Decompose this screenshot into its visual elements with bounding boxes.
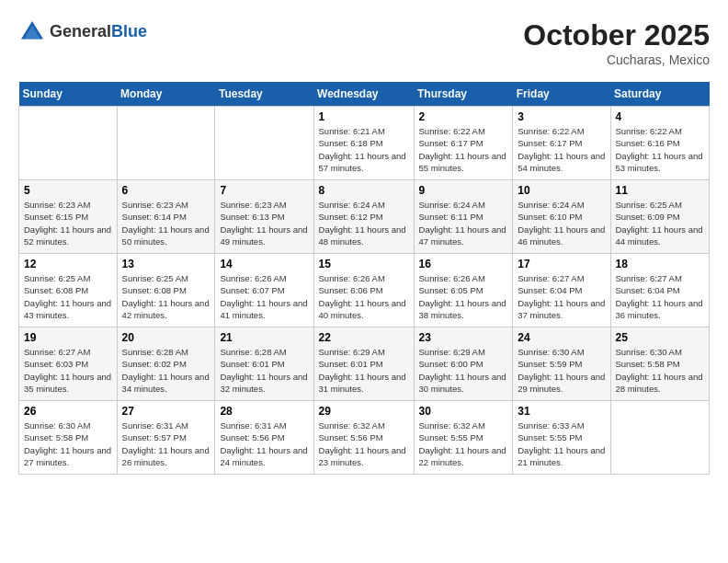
logo-general: General <box>50 22 111 40</box>
cell-info: Sunrise: 6:25 AMSunset: 6:08 PMDaylight:… <box>24 272 112 321</box>
day-number: 26 <box>24 405 112 418</box>
calendar-cell: 11Sunrise: 6:25 AMSunset: 6:09 PMDayligh… <box>610 180 710 254</box>
day-number: 14 <box>220 258 308 270</box>
calendar-cell: 26Sunrise: 6:30 AMSunset: 5:58 PMDayligh… <box>19 401 118 475</box>
cell-info: Sunrise: 6:33 AMSunset: 5:55 PMDaylight:… <box>518 419 605 468</box>
logo-blue-text: Blue <box>111 22 147 40</box>
calendar-cell: 4Sunrise: 6:22 AMSunset: 6:16 PMDaylight… <box>610 107 710 180</box>
cell-info: Sunrise: 6:24 AMSunset: 6:11 PMDaylight:… <box>419 199 508 247</box>
day-number: 22 <box>319 331 409 344</box>
day-number: 28 <box>220 405 308 418</box>
day-number: 1 <box>319 110 409 123</box>
day-number: 2 <box>419 110 508 123</box>
calendar-cell: 17Sunrise: 6:27 AMSunset: 6:04 PMDayligh… <box>513 254 610 327</box>
cell-info: Sunrise: 6:28 AMSunset: 6:02 PMDaylight:… <box>122 346 210 395</box>
weekday-header-tuesday: Tuesday <box>215 82 313 107</box>
day-number: 5 <box>24 184 112 197</box>
cell-info: Sunrise: 6:32 AMSunset: 5:56 PMDaylight:… <box>319 419 409 468</box>
calendar-cell: 7Sunrise: 6:23 AMSunset: 6:13 PMDaylight… <box>215 180 313 254</box>
day-number: 3 <box>518 110 605 123</box>
cell-info: Sunrise: 6:29 AMSunset: 6:01 PMDaylight:… <box>319 346 409 395</box>
day-number: 18 <box>616 258 705 270</box>
weekday-header-friday: Friday <box>513 82 610 107</box>
calendar-cell: 8Sunrise: 6:24 AMSunset: 6:12 PMDaylight… <box>313 180 414 254</box>
day-number: 10 <box>518 184 605 197</box>
cell-info: Sunrise: 6:30 AMSunset: 5:58 PMDaylight:… <box>24 419 112 468</box>
day-number: 21 <box>220 331 308 344</box>
day-number: 15 <box>319 258 409 270</box>
cell-info: Sunrise: 6:29 AMSunset: 6:00 PMDaylight:… <box>419 346 508 395</box>
calendar-cell: 6Sunrise: 6:23 AMSunset: 6:14 PMDaylight… <box>117 180 215 254</box>
calendar-cell: 3Sunrise: 6:22 AMSunset: 6:17 PMDaylight… <box>513 107 610 180</box>
calendar-cell: 25Sunrise: 6:30 AMSunset: 5:58 PMDayligh… <box>610 327 710 401</box>
day-number: 8 <box>319 184 409 197</box>
cell-info: Sunrise: 6:21 AMSunset: 6:18 PMDaylight:… <box>319 125 409 174</box>
cell-info: Sunrise: 6:32 AMSunset: 5:55 PMDaylight:… <box>419 419 508 468</box>
page-header: GeneralBlue October 2025 Cucharas, Mexic… <box>18 18 710 67</box>
calendar-cell: 5Sunrise: 6:23 AMSunset: 6:15 PMDaylight… <box>19 180 118 254</box>
logo: GeneralBlue <box>18 18 147 46</box>
calendar-cell: 21Sunrise: 6:28 AMSunset: 6:01 PMDayligh… <box>215 327 313 401</box>
day-number: 9 <box>419 184 508 197</box>
day-number: 20 <box>122 331 210 344</box>
day-number: 13 <box>122 258 210 270</box>
weekday-header-saturday: Saturday <box>610 82 710 107</box>
cell-info: Sunrise: 6:22 AMSunset: 6:17 PMDaylight:… <box>419 125 508 174</box>
calendar-cell: 22Sunrise: 6:29 AMSunset: 6:01 PMDayligh… <box>313 327 414 401</box>
cell-info: Sunrise: 6:25 AMSunset: 6:08 PMDaylight:… <box>122 272 210 321</box>
day-number: 16 <box>419 258 508 270</box>
day-number: 7 <box>220 184 308 197</box>
cell-info: Sunrise: 6:27 AMSunset: 6:04 PMDaylight:… <box>518 272 605 321</box>
week-row-5: 26Sunrise: 6:30 AMSunset: 5:58 PMDayligh… <box>19 401 710 475</box>
weekday-header-thursday: Thursday <box>414 82 513 107</box>
weekday-header-row: SundayMondayTuesdayWednesdayThursdayFrid… <box>19 82 710 107</box>
title-block: October 2025 Cucharas, Mexico <box>523 18 710 67</box>
cell-info: Sunrise: 6:27 AMSunset: 6:04 PMDaylight:… <box>616 272 705 321</box>
cell-info: Sunrise: 6:25 AMSunset: 6:09 PMDaylight:… <box>616 199 705 247</box>
location: Cucharas, Mexico <box>523 52 710 67</box>
calendar-cell: 14Sunrise: 6:26 AMSunset: 6:07 PMDayligh… <box>215 254 313 327</box>
calendar-cell: 1Sunrise: 6:21 AMSunset: 6:18 PMDaylight… <box>313 107 414 180</box>
calendar-cell <box>117 107 215 180</box>
cell-info: Sunrise: 6:28 AMSunset: 6:01 PMDaylight:… <box>220 346 308 395</box>
month-year: October 2025 <box>523 18 710 52</box>
calendar-cell <box>19 107 118 180</box>
cell-info: Sunrise: 6:30 AMSunset: 5:58 PMDaylight:… <box>616 346 705 395</box>
day-number: 31 <box>518 405 605 418</box>
cell-info: Sunrise: 6:23 AMSunset: 6:13 PMDaylight:… <box>220 199 308 247</box>
week-row-4: 19Sunrise: 6:27 AMSunset: 6:03 PMDayligh… <box>19 327 710 401</box>
calendar-cell: 23Sunrise: 6:29 AMSunset: 6:00 PMDayligh… <box>414 327 513 401</box>
day-number: 24 <box>518 331 605 344</box>
weekday-header-wednesday: Wednesday <box>313 82 414 107</box>
cell-info: Sunrise: 6:23 AMSunset: 6:15 PMDaylight:… <box>24 199 112 247</box>
calendar-cell: 20Sunrise: 6:28 AMSunset: 6:02 PMDayligh… <box>117 327 215 401</box>
calendar-cell: 31Sunrise: 6:33 AMSunset: 5:55 PMDayligh… <box>513 401 610 475</box>
weekday-header-monday: Monday <box>117 82 215 107</box>
week-row-1: 1Sunrise: 6:21 AMSunset: 6:18 PMDaylight… <box>19 107 710 180</box>
cell-info: Sunrise: 6:26 AMSunset: 6:05 PMDaylight:… <box>419 272 508 321</box>
cell-info: Sunrise: 6:31 AMSunset: 5:57 PMDaylight:… <box>122 419 210 468</box>
day-number: 23 <box>419 331 508 344</box>
calendar-cell: 15Sunrise: 6:26 AMSunset: 6:06 PMDayligh… <box>313 254 414 327</box>
calendar-cell: 27Sunrise: 6:31 AMSunset: 5:57 PMDayligh… <box>117 401 215 475</box>
calendar-cell: 9Sunrise: 6:24 AMSunset: 6:11 PMDaylight… <box>414 180 513 254</box>
day-number: 6 <box>122 184 210 197</box>
calendar-cell: 18Sunrise: 6:27 AMSunset: 6:04 PMDayligh… <box>610 254 710 327</box>
calendar-cell: 2Sunrise: 6:22 AMSunset: 6:17 PMDaylight… <box>414 107 513 180</box>
cell-info: Sunrise: 6:23 AMSunset: 6:14 PMDaylight:… <box>122 199 210 247</box>
day-number: 12 <box>24 258 112 270</box>
cell-info: Sunrise: 6:22 AMSunset: 6:16 PMDaylight:… <box>616 125 705 174</box>
calendar-cell: 13Sunrise: 6:25 AMSunset: 6:08 PMDayligh… <box>117 254 215 327</box>
calendar-cell: 12Sunrise: 6:25 AMSunset: 6:08 PMDayligh… <box>19 254 118 327</box>
day-number: 27 <box>122 405 210 418</box>
logo-icon <box>18 18 46 46</box>
cell-info: Sunrise: 6:24 AMSunset: 6:10 PMDaylight:… <box>518 199 605 247</box>
cell-info: Sunrise: 6:24 AMSunset: 6:12 PMDaylight:… <box>319 199 409 247</box>
day-number: 19 <box>24 331 112 344</box>
calendar-cell: 24Sunrise: 6:30 AMSunset: 5:59 PMDayligh… <box>513 327 610 401</box>
calendar-cell: 29Sunrise: 6:32 AMSunset: 5:56 PMDayligh… <box>313 401 414 475</box>
calendar-table: SundayMondayTuesdayWednesdayThursdayFrid… <box>18 82 710 475</box>
calendar-cell: 19Sunrise: 6:27 AMSunset: 6:03 PMDayligh… <box>19 327 118 401</box>
weekday-header-sunday: Sunday <box>19 82 118 107</box>
week-row-2: 5Sunrise: 6:23 AMSunset: 6:15 PMDaylight… <box>19 180 710 254</box>
